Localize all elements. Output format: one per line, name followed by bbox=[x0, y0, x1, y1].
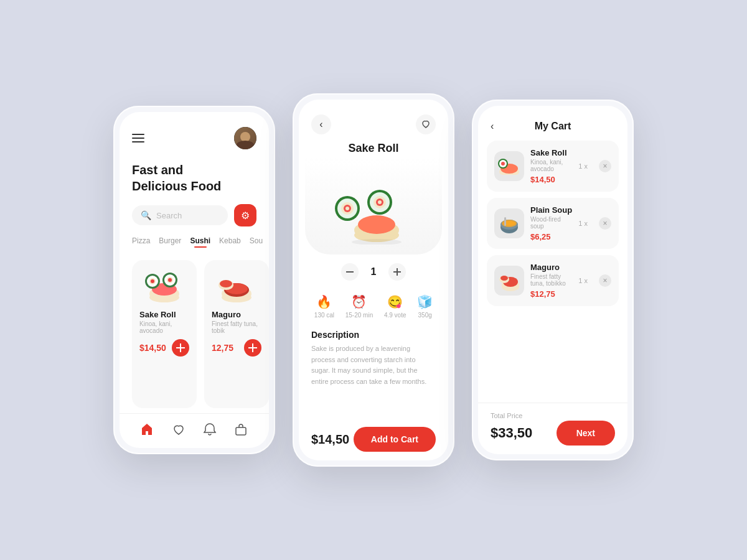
screen-detail: ‹ Sake Roll bbox=[293, 93, 454, 467]
svg-rect-20 bbox=[252, 343, 253, 352]
nav-bell-icon[interactable] bbox=[203, 422, 217, 439]
cart-header: ‹ My Cart bbox=[478, 106, 627, 141]
cart-item-sub-maguro: Finest fatty tuna, tobikko bbox=[530, 273, 572, 287]
cart-item-price-maguro: $12,75 bbox=[530, 289, 572, 299]
cart-item-image-plain-soup bbox=[494, 208, 524, 238]
category-soup[interactable]: Sou bbox=[250, 236, 263, 245]
description-title: Description bbox=[299, 327, 448, 343]
stat-weight: 🧊 350g bbox=[417, 294, 433, 319]
svg-point-29 bbox=[345, 207, 349, 210]
svg-point-24 bbox=[358, 215, 395, 234]
next-button[interactable]: Next bbox=[557, 421, 615, 446]
category-kebab[interactable]: Kebab bbox=[219, 236, 241, 245]
add-to-cart-maguro[interactable] bbox=[244, 339, 261, 357]
cart-item-plain-soup: Plain Soup Wood-fired soup $6,25 1 x × bbox=[487, 198, 619, 249]
cart-item-price-plain-soup: $6,25 bbox=[530, 232, 572, 241]
food-image-maguro bbox=[212, 268, 261, 305]
food-sub-maguro: Finest fatty tuna, tobik bbox=[212, 320, 261, 334]
cart-title: My Cart bbox=[535, 121, 571, 132]
cart-item-name-maguro: Maguro bbox=[530, 263, 572, 272]
svg-point-35 bbox=[352, 239, 402, 245]
cart-item-sake-roll: Sake Roll Kinoa, kani, avocado $14,50 1 … bbox=[487, 141, 619, 192]
stat-rating-value: 4.9 vote bbox=[384, 312, 406, 319]
home-title: Fast and Delicious Food bbox=[120, 157, 269, 204]
cart-item-image-maguro bbox=[494, 266, 524, 296]
cart-item-sub-sake-roll: Kinoa, kani, avocado bbox=[530, 159, 572, 172]
svg-point-6 bbox=[151, 279, 154, 283]
category-burger[interactable]: Burger bbox=[159, 236, 181, 245]
stat-calories: 🔥 130 cal bbox=[314, 294, 334, 319]
menu-button[interactable] bbox=[132, 134, 144, 142]
cart-item-image-sake-roll bbox=[494, 151, 524, 181]
cart-item-price-sake-roll: $14,50 bbox=[530, 175, 572, 184]
clock-icon: ⏰ bbox=[351, 294, 367, 309]
screen-home: Fast and Delicious Food 🔍 Search ⚙ Pizza… bbox=[113, 106, 275, 454]
svg-rect-36 bbox=[346, 271, 354, 273]
nav-home-icon[interactable] bbox=[141, 422, 154, 439]
cart-item-info-maguro: Maguro Finest fatty tuna, tobikko $12,75 bbox=[530, 263, 572, 299]
cart-item-name-sake-roll: Sake Roll bbox=[530, 148, 572, 157]
star-icon: 😋 bbox=[387, 294, 403, 309]
cart-footer: Total Price $33,50 Next bbox=[478, 403, 627, 454]
food-price-sake-roll: $14,50 bbox=[139, 343, 166, 353]
cart-item-qty-sake-roll: 1 x bbox=[578, 162, 588, 170]
food-card-sake-roll[interactable]: Sake Roll Kinoa, kani, avocado $14,50 bbox=[132, 260, 197, 408]
svg-point-34 bbox=[378, 200, 382, 204]
cart-item-info-plain-soup: Plain Soup Wood-fired soup $6,25 bbox=[530, 205, 572, 241]
stat-time-value: 15-20 min bbox=[345, 312, 373, 319]
detail-price: $14,50 bbox=[311, 432, 349, 447]
food-name-sake-roll: Sake Roll bbox=[139, 310, 176, 319]
svg-point-10 bbox=[168, 278, 172, 282]
food-image-sake-roll bbox=[139, 268, 189, 305]
category-list: Pizza Burger Sushi Kebab Sou bbox=[120, 236, 269, 255]
fire-icon: 🔥 bbox=[316, 294, 332, 309]
quantity-control: 1 bbox=[299, 254, 448, 289]
nav-heart-icon[interactable] bbox=[172, 422, 186, 439]
stat-calories-value: 130 cal bbox=[314, 312, 334, 319]
add-to-cart-button[interactable]: Add to Cart bbox=[354, 427, 436, 452]
search-input[interactable]: 🔍 Search bbox=[132, 205, 228, 225]
search-bar-container: 🔍 Search ⚙ bbox=[120, 204, 269, 236]
svg-point-53 bbox=[500, 276, 508, 281]
svg-rect-21 bbox=[236, 427, 246, 435]
avatar[interactable] bbox=[234, 127, 256, 149]
remove-plain-soup-button[interactable]: × bbox=[599, 217, 611, 230]
svg-rect-48 bbox=[504, 217, 506, 226]
svg-rect-12 bbox=[180, 343, 181, 352]
home-header bbox=[120, 112, 269, 157]
total-price-label: Total Price bbox=[491, 412, 615, 419]
remove-maguro-button[interactable]: × bbox=[599, 274, 611, 287]
food-price-maguro: 12,75 bbox=[212, 343, 233, 353]
detail-header: ‹ bbox=[299, 100, 448, 142]
stat-rating: 😋 4.9 vote bbox=[384, 294, 406, 319]
cart-item-sub-plain-soup: Wood-fired soup bbox=[530, 216, 572, 230]
stat-weight-value: 350g bbox=[418, 312, 432, 319]
cart-back-button[interactable]: ‹ bbox=[491, 121, 494, 132]
screen-cart: ‹ My Cart Sake bbox=[472, 100, 634, 460]
cart-item-qty-plain-soup: 1 x bbox=[578, 220, 588, 227]
increase-qty-button[interactable] bbox=[388, 263, 406, 281]
svg-rect-38 bbox=[397, 268, 398, 276]
add-to-cart-sake-roll[interactable] bbox=[172, 339, 189, 357]
food-card-list: Sake Roll Kinoa, kani, avocado $14,50 bbox=[120, 255, 269, 413]
favorite-button[interactable] bbox=[416, 114, 436, 134]
decrease-qty-button[interactable] bbox=[341, 263, 359, 281]
bottom-nav bbox=[120, 413, 269, 448]
stats-row: 🔥 130 cal ⏰ 15-20 min 😋 4.9 vote 🧊 350g bbox=[299, 289, 448, 327]
quantity-value: 1 bbox=[371, 266, 377, 278]
cart-item-info-sake-roll: Sake Roll Kinoa, kani, avocado $14,50 bbox=[530, 148, 572, 184]
food-sub-sake-roll: Kinoa, kani, avocado bbox=[139, 320, 189, 334]
food-card-maguro[interactable]: Maguro Finest fatty tuna, tobik 12,75 bbox=[204, 260, 269, 408]
category-pizza[interactable]: Pizza bbox=[132, 236, 150, 245]
cart-item-maguro: Maguro Finest fatty tuna, tobikko $12,75… bbox=[487, 255, 619, 306]
filter-button[interactable]: ⚙ bbox=[234, 204, 256, 226]
food-name-maguro: Maguro bbox=[212, 310, 241, 319]
cart-item-list: Sake Roll Kinoa, kani, avocado $14,50 1 … bbox=[478, 141, 627, 403]
nav-bag-icon[interactable] bbox=[234, 422, 248, 439]
detail-footer: $14,50 Add to Cart bbox=[299, 418, 448, 460]
svg-point-43 bbox=[501, 162, 505, 166]
detail-image-area bbox=[305, 157, 442, 254]
back-button[interactable]: ‹ bbox=[311, 114, 331, 134]
remove-sake-roll-button[interactable]: × bbox=[599, 160, 611, 172]
category-sushi[interactable]: Sushi bbox=[190, 236, 210, 245]
